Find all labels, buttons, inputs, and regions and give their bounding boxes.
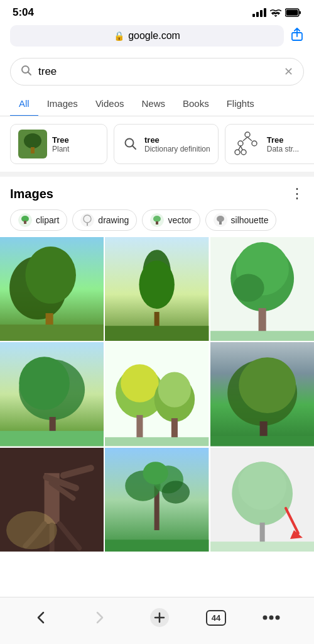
svg-point-51: [19, 357, 70, 411]
svg-rect-29: [156, 221, 158, 225]
forward-button[interactable]: [85, 606, 113, 629]
svg-rect-57: [137, 415, 143, 440]
add-tab-button[interactable]: [143, 604, 176, 631]
tab-news[interactable]: News: [133, 92, 174, 116]
filter-chip-clipart[interactable]: clipart: [10, 209, 67, 231]
chip-label-clipart: clipart: [36, 215, 59, 225]
card-thumb-tree: [18, 130, 47, 158]
tab-images[interactable]: Images: [38, 92, 87, 116]
svg-point-46: [232, 274, 264, 301]
image-cell-8[interactable]: [105, 448, 208, 552]
card-subtitle-ds: Data str...: [267, 145, 299, 153]
url-bar-container: 🔒 google.com: [0, 23, 314, 52]
svg-point-28: [153, 216, 161, 222]
tab-all[interactable]: All: [10, 92, 38, 116]
filter-chip-vector[interactable]: vector: [142, 209, 200, 231]
back-button[interactable]: [28, 606, 55, 629]
image-cell-7[interactable]: [0, 448, 104, 552]
image-cell-9[interactable]: [210, 448, 314, 552]
image-cell-6[interactable]: [210, 342, 314, 446]
tab-videos[interactable]: Videos: [87, 92, 133, 116]
svg-point-64: [239, 358, 296, 414]
svg-point-72: [6, 511, 57, 548]
svg-rect-42: [105, 326, 208, 341]
svg-rect-47: [258, 308, 266, 333]
status-bar: 5:04: [0, 0, 314, 23]
svg-rect-37: [0, 325, 104, 341]
bottom-toolbar: 44: [0, 597, 314, 644]
svg-point-78: [162, 480, 190, 503]
filter-chip-drawing[interactable]: drawing: [72, 209, 137, 231]
image-cell-4[interactable]: [0, 342, 104, 446]
svg-point-82: [238, 462, 286, 510]
quick-card-data-structure[interactable]: Tree Data str...: [225, 124, 314, 164]
search-box[interactable]: tree ✕: [10, 58, 304, 86]
search-small-icon: [122, 135, 139, 153]
status-icons: [252, 8, 301, 17]
lock-icon: 🔒: [114, 31, 124, 41]
svg-line-10: [133, 146, 136, 150]
svg-point-90: [263, 616, 268, 620]
section-divider: [0, 172, 314, 177]
svg-rect-48: [210, 331, 314, 341]
filter-chips: clipart drawing vector: [0, 207, 314, 237]
tab-flights[interactable]: Flights: [218, 92, 263, 116]
svg-rect-2: [286, 10, 298, 16]
svg-point-35: [25, 247, 76, 304]
chip-icon-clipart: [18, 213, 32, 227]
quick-cards: Tree Plant tree Dictionary definition: [0, 116, 314, 172]
search-input-text: tree: [38, 65, 278, 78]
image-cell-3[interactable]: [210, 237, 314, 341]
card-info-tree-plant: Tree Plant: [52, 135, 69, 153]
image-grid: [0, 237, 314, 553]
search-clear-button[interactable]: ✕: [284, 65, 293, 79]
card-info-data-structure: Tree Data str...: [267, 135, 299, 153]
svg-rect-53: [0, 431, 104, 446]
card-thumb-data-tree: [233, 130, 262, 158]
chip-icon-drawing: [80, 213, 94, 227]
signal-bars-icon: [252, 8, 266, 17]
wifi-icon: [270, 8, 281, 17]
images-header: Images ⋮: [0, 177, 314, 207]
svg-point-91: [269, 616, 274, 620]
more-options-button[interactable]: [256, 611, 286, 624]
image-cell-5[interactable]: [105, 342, 208, 446]
search-container: tree ✕: [0, 52, 314, 92]
svg-rect-66: [210, 436, 314, 447]
card-info-dictionary: tree Dictionary definition: [144, 135, 210, 153]
svg-point-31: [217, 216, 224, 222]
svg-point-92: [276, 616, 280, 620]
svg-rect-11: [233, 130, 262, 158]
chip-icon-vector: [150, 213, 164, 227]
card-subtitle-dict: Dictionary definition: [144, 145, 210, 153]
share-icon[interactable]: [290, 28, 304, 45]
svg-rect-32: [219, 221, 222, 225]
svg-rect-84: [210, 541, 314, 552]
quick-card-tree-plant[interactable]: Tree Plant: [10, 124, 107, 164]
svg-rect-8: [31, 147, 35, 153]
chip-label-drawing: drawing: [98, 215, 129, 225]
images-more-button[interactable]: ⋮: [290, 186, 304, 202]
image-cell-2[interactable]: [105, 237, 208, 341]
card-title-tree-ds: Tree: [267, 135, 299, 145]
svg-rect-79: [105, 540, 208, 552]
status-time: 5:04: [13, 6, 34, 19]
card-title-tree-dict: tree: [144, 135, 210, 145]
url-bar[interactable]: 🔒 google.com: [10, 25, 284, 47]
svg-rect-1: [300, 11, 301, 14]
svg-rect-23: [24, 221, 26, 224]
filter-chip-silhouette[interactable]: silhouette: [205, 209, 277, 231]
nav-tabs: All Images Videos News Books Flights: [0, 92, 314, 116]
card-subtitle-plant: Plant: [52, 145, 69, 153]
url-bar-text: google.com: [128, 30, 180, 42]
battery-icon: [285, 8, 301, 17]
image-cell-1[interactable]: [0, 237, 104, 341]
svg-point-59: [158, 372, 191, 408]
svg-point-40: [139, 260, 175, 309]
tab-count-button[interactable]: 44: [206, 610, 226, 626]
chip-label-vector: vector: [168, 215, 192, 225]
images-section: Images ⋮ clipart dr: [0, 177, 314, 553]
svg-rect-61: [105, 438, 208, 447]
quick-card-dictionary[interactable]: tree Dictionary definition: [114, 124, 219, 164]
tab-books[interactable]: Books: [174, 92, 218, 116]
